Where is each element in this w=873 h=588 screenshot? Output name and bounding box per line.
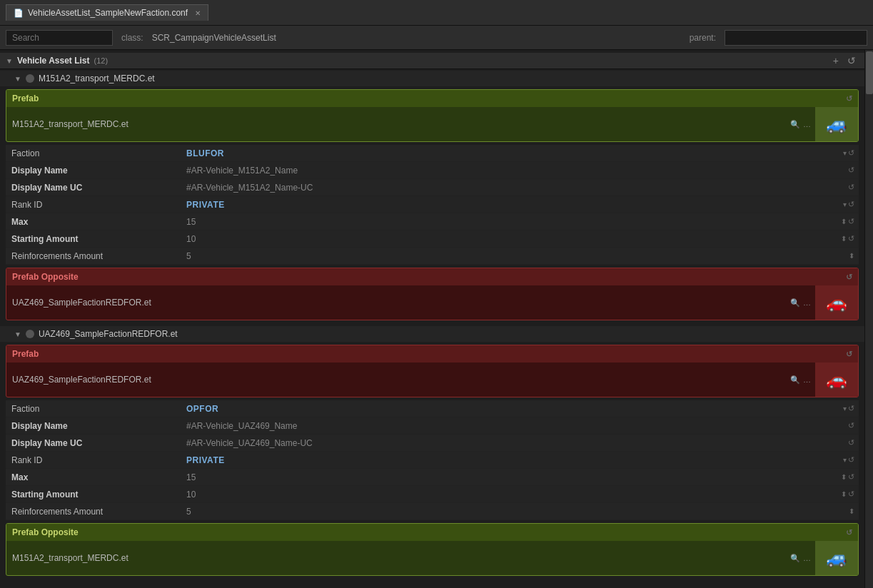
tab[interactable]: 📄 VehicleAssetList_SampleNewFaction.conf… <box>6 4 208 21</box>
prop-row-rankid-2: Rank ID PRIVATE ▾ ↺ <box>6 452 859 469</box>
prop-value-displayname-1: #AR-Vehicle_M151A2_Name <box>181 166 848 176</box>
prefab-card-icons-1: 🔍 … <box>786 120 815 129</box>
max-spinner-1[interactable]: ⬍ <box>841 218 847 225</box>
prop-controls-displaynameuc-1: ↺ <box>848 183 859 192</box>
displayname-reset-2[interactable]: ↺ <box>848 421 854 430</box>
section-count: (12) <box>94 56 109 65</box>
search-input[interactable] <box>6 30 113 46</box>
search-icon-1[interactable]: 🔍 <box>790 120 800 129</box>
prop-label-displayname-1: Display Name <box>6 166 181 176</box>
prop-value-startingamount-2: 10 <box>181 490 841 500</box>
startingamount-reset-1[interactable]: ↺ <box>848 234 854 243</box>
reinforcements-spinner-2[interactable]: ⬍ <box>849 507 854 515</box>
vehicle-collapse-arrow-1[interactable]: ▼ <box>14 75 21 83</box>
startingamount-spinner-1[interactable]: ⬍ <box>841 235 847 243</box>
prop-controls-max-2: ⬍ ↺ <box>841 472 859 482</box>
prefab-opp-reset-1[interactable]: ↺ <box>846 273 852 282</box>
vehicle-collapse-arrow-2[interactable]: ▼ <box>14 330 21 338</box>
prop-label-rankid-2: Rank ID <box>6 455 181 465</box>
faction-reset-2[interactable]: ↺ <box>848 404 854 413</box>
vehicle-dot-2 <box>26 330 34 338</box>
prop-controls-startingamount-1: ⬍ ↺ <box>841 234 859 243</box>
add-button[interactable]: + <box>830 56 842 66</box>
prop-value-reinforcements-1: 5 <box>181 251 849 261</box>
max-spinner-2[interactable]: ⬍ <box>841 473 847 481</box>
displaynameuc-reset-2[interactable]: ↺ <box>848 438 854 447</box>
displayname-reset-1[interactable]: ↺ <box>848 166 854 175</box>
main-content: ▼ Vehicle Asset List (12) + ↺ ▼ M151A2_t… <box>0 50 873 588</box>
search-icon-opp-1[interactable]: 🔍 <box>790 298 800 308</box>
prop-value-faction-2: OPFOR <box>181 404 843 414</box>
prefab-opp-card-body-2: 🔍 … 🚙 <box>6 541 858 575</box>
rankid-reset-2[interactable]: ↺ <box>848 455 854 465</box>
faction-dropdown-2[interactable]: ▾ <box>843 405 847 412</box>
reinforcements-spinner-1[interactable]: ⬍ <box>849 252 854 260</box>
close-button[interactable]: ✕ <box>195 9 201 17</box>
prefab-thumbnail-1: 🚙 <box>815 107 858 141</box>
prefab-reset-1[interactable]: ↺ <box>846 94 852 103</box>
prop-controls-startingamount-2: ⬍ ↺ <box>841 490 859 499</box>
section-header: ▼ Vehicle Asset List (12) + ↺ <box>0 53 864 69</box>
section-collapse-arrow[interactable]: ▼ <box>6 57 13 65</box>
prop-value-max-2: 15 <box>181 472 841 482</box>
vehicle-item-2: ▼ UAZ469_SampleFactionREDFOR.et Prefab ↺… <box>0 325 864 580</box>
prop-label-startingamount-1: Starting Amount <box>6 234 181 244</box>
parent-input[interactable] <box>725 30 867 46</box>
prefab-input-1[interactable] <box>6 116 786 133</box>
faction-dropdown-1[interactable]: ▾ <box>843 149 847 157</box>
parent-label: parent: <box>690 33 716 43</box>
prefab-opp-card-icons-2: 🔍 … <box>786 554 815 563</box>
displaynameuc-reset-1[interactable]: ↺ <box>848 183 854 192</box>
prop-row-startingamount-1: Starting Amount 10 ⬍ ↺ <box>6 230 859 248</box>
prop-label-displaynameuc-2: Display Name UC <box>6 438 181 448</box>
prop-controls-reinforcements-1: ⬍ <box>849 252 859 260</box>
prefab-card-2: Prefab ↺ 🔍 … 🚗 <box>6 345 859 397</box>
max-reset-2[interactable]: ↺ <box>848 472 854 482</box>
prefab-opp-card-wrapper-2: Prefab Opposite ↺ 🔍 … 🚙 <box>0 523 864 576</box>
rankid-dropdown-1[interactable]: ▾ <box>843 201 847 208</box>
vehicle-thumb-icon-opp-1: 🚗 <box>826 293 847 313</box>
tab-icon: 📄 <box>14 9 24 18</box>
prefab-opp-card-header-2: Prefab Opposite ↺ <box>6 524 858 541</box>
prefab-reset-2[interactable]: ↺ <box>846 350 852 359</box>
prop-label-max-2: Max <box>6 472 181 482</box>
dots-icon-2[interactable]: … <box>803 375 811 384</box>
max-reset-1[interactable]: ↺ <box>848 217 854 226</box>
vehicle-item-1: ▼ M151A2_transport_MERDC.et Prefab ↺ 🔍 … <box>0 69 864 325</box>
prefab-opp-card-2: Prefab Opposite ↺ 🔍 … 🚙 <box>6 523 859 576</box>
prefab-opp-card-header-1: Prefab Opposite ↺ <box>6 268 858 285</box>
scrollbar-thumb[interactable] <box>866 51 873 94</box>
prop-row-displaynameuc-1: Display Name UC #AR-Vehicle_M151A2_Name-… <box>6 179 859 196</box>
prop-value-rankid-1: PRIVATE <box>181 200 843 210</box>
prefab-input-2[interactable] <box>6 371 786 388</box>
prefab-opp-label-1: Prefab Opposite <box>12 272 79 282</box>
reset-button[interactable]: ↺ <box>844 56 859 66</box>
scrollbar[interactable] <box>864 50 873 588</box>
vehicle-thumb-icon-2: 🚗 <box>826 370 847 390</box>
prop-controls-faction-1: ▾ ↺ <box>843 148 859 158</box>
dots-icon-opp-2[interactable]: … <box>803 554 811 562</box>
prefab-opp-input-1[interactable] <box>6 294 786 311</box>
prefab-opp-thumbnail-2: 🚙 <box>815 541 858 575</box>
prop-controls-max-1: ⬍ ↺ <box>841 217 859 226</box>
class-value: SCR_CampaignVehicleAssetList <box>152 33 276 43</box>
search-icon-opp-2[interactable]: 🔍 <box>790 554 800 563</box>
faction-reset-1[interactable]: ↺ <box>848 148 854 158</box>
search-icon-2[interactable]: 🔍 <box>790 375 800 385</box>
vehicle-name-2: UAZ469_SampleFactionREDFOR.et <box>39 329 178 339</box>
dots-icon-opp-1[interactable]: … <box>803 298 811 307</box>
prefab-opp-input-2[interactable] <box>6 549 786 567</box>
startingamount-reset-2[interactable]: ↺ <box>848 490 854 499</box>
rankid-reset-1[interactable]: ↺ <box>848 200 854 209</box>
prefab-opp-reset-2[interactable]: ↺ <box>846 528 852 537</box>
prefab-opp-card-icons-1: 🔍 … <box>786 298 815 308</box>
section-actions: + ↺ <box>830 56 859 66</box>
prefab-opp-thumbnail-1: 🚗 <box>815 285 858 320</box>
prop-row-faction-1: Faction BLUFOR ▾ ↺ <box>6 145 859 162</box>
rankid-dropdown-2[interactable]: ▾ <box>843 456 847 464</box>
prop-row-reinforcements-1: Reinforcements Amount 5 ⬍ <box>6 248 859 265</box>
startingamount-spinner-2[interactable]: ⬍ <box>841 490 847 498</box>
vehicle-thumb-icon-1: 🚙 <box>826 114 847 134</box>
prop-controls-displaynameuc-2: ↺ <box>848 438 859 447</box>
dots-icon-1[interactable]: … <box>803 120 811 128</box>
